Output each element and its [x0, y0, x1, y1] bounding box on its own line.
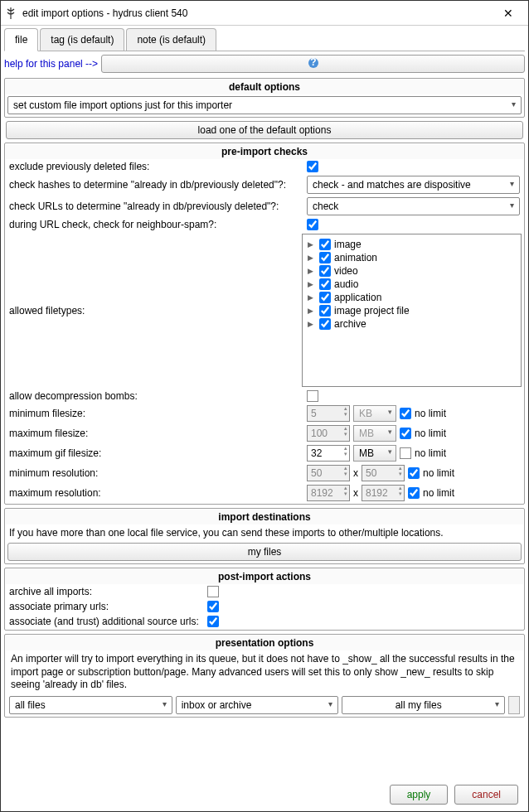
- filetype-checkbox[interactable]: [319, 292, 331, 303]
- min-res-h-spinner[interactable]: 50: [362, 465, 405, 481]
- allow-bombs-checkbox[interactable]: [307, 390, 318, 402]
- filetypes-label: allowed filetypes:: [6, 232, 300, 389]
- filetype-label: application: [334, 292, 381, 303]
- min-res-w-spinner[interactable]: 50: [307, 465, 350, 481]
- my-files-button[interactable]: my files: [7, 543, 522, 561]
- presentation-combo-allmyfiles[interactable]: all my files: [342, 696, 505, 714]
- apply-button[interactable]: apply: [390, 785, 449, 805]
- max-filesize-spinner[interactable]: 100: [307, 425, 350, 442]
- help-icon: ?: [308, 57, 319, 71]
- filetype-label: audio: [334, 278, 358, 290]
- assoc-primary-checkbox[interactable]: [207, 601, 219, 612]
- neighbour-spam-checkbox[interactable]: [307, 219, 318, 230]
- presentation-scrollbar[interactable]: [508, 696, 520, 714]
- tree-item: ▶image project file: [306, 304, 517, 317]
- help-label: help for this panel -->: [4, 58, 98, 70]
- chevron-right-icon[interactable]: ▶: [308, 240, 316, 249]
- tab-bar: file tag (is default) note (is default): [4, 27, 525, 51]
- check-urls-label: check URLs to determine "already in db/p…: [9, 201, 303, 212]
- min-filesize-label: minimum filesize:: [9, 408, 303, 419]
- filetype-checkbox[interactable]: [319, 239, 331, 250]
- chevron-right-icon[interactable]: ▶: [308, 320, 316, 328]
- check-hashes-combo[interactable]: check - and matches are dispositive: [307, 176, 520, 194]
- default-options-combo[interactable]: set custom file import options just for …: [7, 96, 522, 114]
- svg-text:?: ?: [310, 57, 316, 68]
- default-options-header: default options: [6, 80, 523, 94]
- chevron-right-icon[interactable]: ▶: [308, 267, 316, 275]
- max-gif-unit[interactable]: MB: [353, 445, 396, 462]
- check-hashes-label: check hashes to determine "already in db…: [9, 179, 303, 191]
- assoc-primary-label: associate primary urls:: [9, 601, 204, 612]
- presentation-header: presentation options: [6, 636, 523, 650]
- archive-all-label: archive all imports:: [9, 586, 204, 597]
- presentation-text: An importer will try to import everythin…: [6, 650, 523, 694]
- destinations-text: If you have more than one local file ser…: [6, 524, 523, 541]
- exclude-deleted-checkbox[interactable]: [307, 161, 318, 172]
- tab-note[interactable]: note (is default): [126, 28, 216, 51]
- exclude-deleted-label: exclude previously deleted files:: [9, 161, 303, 172]
- filetype-checkbox[interactable]: [319, 265, 331, 277]
- help-button[interactable]: ?: [101, 55, 525, 73]
- default-options-section: default options set custom file import o…: [4, 78, 525, 118]
- footer: apply cancel: [4, 780, 525, 810]
- preimport-section: pre-import checks exclude previously del…: [4, 143, 525, 505]
- x-label: x: [353, 467, 358, 479]
- filetype-label: image: [334, 239, 362, 250]
- destinations-header: import destinations: [6, 510, 523, 524]
- max-res-label: maximum resolution:: [9, 487, 303, 499]
- close-button[interactable]: ✕: [492, 7, 525, 20]
- nolimit-label: no limit: [423, 487, 454, 499]
- nolimit-label: no limit: [423, 467, 454, 479]
- archive-all-checkbox[interactable]: [207, 586, 219, 597]
- cancel-button[interactable]: cancel: [454, 785, 518, 805]
- tree-item: ▶audio: [306, 278, 517, 291]
- tree-item: ▶video: [306, 264, 517, 278]
- assoc-additional-label: associate (and trust) additional source …: [9, 616, 204, 627]
- destinations-section: import destinations If you have more tha…: [4, 508, 525, 564]
- presentation-combo-files[interactable]: all files: [9, 696, 172, 714]
- tree-item: ▶application: [306, 291, 517, 304]
- preimport-header: pre-import checks: [6, 144, 523, 159]
- min-res-nolimit-checkbox[interactable]: [408, 467, 420, 479]
- max-res-nolimit-checkbox[interactable]: [408, 487, 420, 499]
- filetype-label: archive: [334, 318, 366, 330]
- load-default-button[interactable]: load one of the default options: [6, 121, 523, 139]
- x-label: x: [353, 487, 358, 499]
- window-title: edit import options - hydrus client 540: [22, 7, 492, 19]
- check-urls-combo[interactable]: check: [307, 197, 520, 215]
- tab-tag[interactable]: tag (is default): [40, 28, 124, 51]
- allow-bombs-label: allow decompression bombs:: [9, 390, 303, 402]
- max-filesize-unit[interactable]: MB: [353, 425, 396, 442]
- chevron-right-icon[interactable]: ▶: [308, 293, 316, 302]
- tab-file[interactable]: file: [4, 28, 38, 51]
- filetypes-tree[interactable]: ▶image ▶animation ▶video ▶audio ▶applica…: [302, 234, 522, 387]
- min-filesize-spinner[interactable]: 5: [307, 405, 350, 422]
- chevron-right-icon[interactable]: ▶: [308, 254, 316, 262]
- max-gif-nolimit-checkbox[interactable]: [400, 447, 411, 459]
- filetype-checkbox[interactable]: [319, 318, 331, 330]
- filetype-checkbox[interactable]: [319, 252, 331, 263]
- chevron-right-icon[interactable]: ▶: [308, 280, 316, 288]
- min-filesize-unit[interactable]: KB: [353, 405, 396, 422]
- max-res-w-spinner[interactable]: 8192: [307, 485, 350, 501]
- presentation-section: presentation options An importer will tr…: [4, 634, 525, 718]
- filetype-label: video: [334, 265, 358, 277]
- max-filesize-nolimit-checkbox[interactable]: [400, 428, 411, 439]
- filetype-label: animation: [334, 252, 377, 263]
- presentation-combo-inbox[interactable]: inbox or archive: [176, 696, 339, 714]
- postimport-section: post-import actions archive all imports:…: [4, 568, 525, 631]
- tree-item: ▶animation: [306, 251, 517, 264]
- filetype-checkbox[interactable]: [319, 278, 331, 290]
- filetype-checkbox[interactable]: [319, 305, 331, 317]
- chevron-right-icon[interactable]: ▶: [308, 307, 316, 315]
- app-icon: [4, 7, 17, 20]
- tree-item: ▶image: [306, 238, 517, 251]
- max-filesize-label: maximum filesize:: [9, 428, 303, 439]
- max-gif-label: maximum gif filesize:: [9, 447, 303, 459]
- min-filesize-nolimit-checkbox[interactable]: [400, 408, 411, 419]
- postimport-header: post-import actions: [6, 569, 523, 584]
- max-gif-spinner[interactable]: 32: [307, 445, 350, 462]
- assoc-additional-checkbox[interactable]: [207, 616, 219, 627]
- min-res-label: minimum resolution:: [9, 467, 303, 479]
- max-res-h-spinner[interactable]: 8192: [362, 485, 405, 501]
